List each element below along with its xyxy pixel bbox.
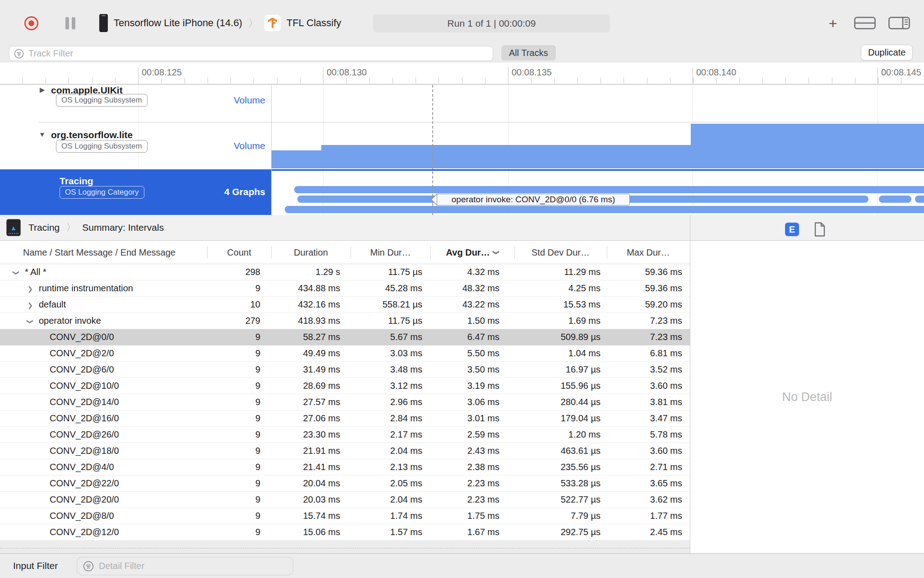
- row-name: CONV_2D@14/0: [50, 397, 119, 407]
- row-name: CONV_2D@8/0: [50, 511, 114, 521]
- column-header-avg-sorted[interactable]: Avg Dur…❯: [430, 241, 514, 264]
- bottom-pane-toggle-button[interactable]: [854, 17, 876, 31]
- table-row[interactable]: ❯* All *2981.29 s11.75 µs4.32 ms11.29 ms…: [0, 264, 690, 280]
- track-title: Tracing: [60, 176, 93, 186]
- cell-count: 9: [207, 364, 271, 375]
- cell-std: 4.25 ms: [514, 283, 607, 294]
- table-row[interactable]: CONV_2D@18/0921.91 ms2.04 ms2.43 ms463.6…: [0, 443, 690, 459]
- ruler-tick: [901, 78, 901, 84]
- track-tracing-selected[interactable]: Tracing 4 Graphs OS Logging Category: [0, 169, 271, 215]
- cell-min: 11.75 µs: [351, 316, 430, 326]
- table-row[interactable]: ❯default10432.16 ms558.21 µs43.22 ms15.5…: [0, 297, 690, 313]
- cell-std: 463.61 µs: [514, 446, 607, 456]
- cell-std: 1.69 ms: [514, 316, 607, 326]
- device-name: Tensorflow Lite iPhone (14.6): [114, 17, 242, 29]
- cell-std: 235.56 µs: [514, 462, 607, 472]
- track-badge: OS Logging Subsystem: [56, 140, 148, 153]
- document-icon[interactable]: [814, 222, 826, 237]
- column-header-max[interactable]: Max Dur…: [607, 241, 690, 264]
- cell-min: 3.12 ms: [351, 381, 430, 391]
- cell-max: 2.71 ms: [607, 462, 690, 472]
- cell-std: 292.75 µs: [514, 527, 607, 537]
- table-row[interactable]: CONV_2D@8/0915.74 ms1.74 ms1.75 ms7.79 µ…: [0, 508, 690, 524]
- column-header-duration[interactable]: Duration: [271, 241, 351, 264]
- interval-lane-bar[interactable]: [915, 196, 924, 203]
- volume-bar[interactable]: [691, 124, 924, 168]
- ruler-tick: [161, 78, 162, 84]
- cell-avg: 2.38 ms: [430, 462, 514, 472]
- ruler-tick: [462, 78, 462, 84]
- device-target-selector[interactable]: Tensorflow Lite iPhone (14.6) 〉 TFL Clas…: [99, 14, 341, 33]
- table-row[interactable]: CONV_2D@22/0920.04 ms2.05 ms2.23 ms533.2…: [0, 475, 690, 492]
- breadcrumb-page[interactable]: Summary: Intervals: [82, 222, 164, 233]
- duplicate-button[interactable]: Duplicate: [861, 45, 913, 61]
- volume-bar[interactable]: [272, 150, 321, 168]
- ruler-tick: [416, 78, 416, 84]
- cell-duration: 20.03 ms: [271, 494, 351, 505]
- row-disclosure-expanded-icon[interactable]: ❯: [27, 319, 34, 324]
- row-name: CONV_2D@26/0: [50, 429, 119, 439]
- extended-detail-button[interactable]: E: [785, 223, 799, 236]
- target-app-name: TFL Classify: [286, 17, 341, 29]
- timeline-ruler[interactable]: 00:08.12500:08.13000:08.13500:08.14000:0…: [0, 62, 924, 84]
- right-sidebar-toggle-button[interactable]: [888, 17, 910, 31]
- table-row[interactable]: CONV_2D@16/0927.06 ms2.84 ms3.01 ms179.0…: [0, 410, 690, 427]
- all-tracks-segment[interactable]: All Tracks: [501, 45, 556, 61]
- cell-count: 9: [207, 527, 271, 537]
- track-filter-input[interactable]: Track Filter: [9, 46, 493, 61]
- cell-min: 3.03 ms: [351, 348, 430, 359]
- row-disclosure-collapsed-icon[interactable]: ❯: [28, 285, 33, 293]
- cell-avg: 3.06 ms: [430, 397, 514, 407]
- volume-bar[interactable]: [321, 145, 691, 168]
- disclosure-expanded-icon[interactable]: ▼: [39, 131, 46, 138]
- column-header-stddev[interactable]: Std Dev Dur…: [514, 241, 607, 264]
- track-meter-label: Volume: [175, 95, 265, 106]
- ruler-tick: [138, 78, 139, 84]
- iphone-icon: [99, 14, 108, 32]
- table-row[interactable]: CONV_2D@14/0927.57 ms2.96 ms3.06 ms280.4…: [0, 394, 690, 410]
- column-header-min[interactable]: Min Dur…: [351, 241, 430, 264]
- ruler-tick: [508, 78, 508, 84]
- table-row[interactable]: CONV_2D@20/0920.03 ms2.04 ms2.23 ms522.7…: [0, 492, 690, 508]
- row-disclosure-expanded-icon[interactable]: ❯: [13, 270, 20, 275]
- column-header-count[interactable]: Count: [207, 241, 271, 264]
- cell-min: 2.05 ms: [351, 478, 430, 489]
- breadcrumb-instrument[interactable]: Tracing: [28, 222, 60, 233]
- interval-lane-bar[interactable]: [294, 186, 924, 193]
- table-row[interactable]: ❯operator invoke279418.93 ms11.75 µs1.50…: [0, 313, 690, 329]
- ruler-tick: [300, 78, 300, 84]
- table-row[interactable]: CONV_2D@10/0928.69 ms3.12 ms3.19 ms155.9…: [0, 378, 690, 394]
- column-header-name[interactable]: Name / Start Message / End Message: [0, 241, 207, 264]
- run-status-display[interactable]: Run 1 of 1 | 00:00:09: [373, 14, 610, 33]
- row-disclosure-collapsed-icon[interactable]: ❯: [28, 302, 33, 309]
- table-row[interactable]: CONV_2D@26/0923.30 ms2.17 ms2.59 ms1.20 …: [0, 427, 690, 443]
- pause-button[interactable]: [64, 17, 78, 29]
- clipped-row-hint: [0, 548, 690, 549]
- detail-panel-divider[interactable]: [690, 215, 690, 553]
- table-row[interactable]: CONV_2D@6/0931.49 ms3.48 ms3.50 ms16.97 …: [0, 362, 690, 378]
- disclosure-collapsed-icon[interactable]: ▶: [40, 86, 45, 94]
- interval-lane-bar[interactable]: [879, 196, 911, 203]
- record-button[interactable]: [24, 16, 38, 30]
- table-row[interactable]: CONV_2D@4/0921.41 ms2.13 ms2.38 ms235.56…: [0, 459, 690, 475]
- detail-filter-input[interactable]: Detail Filter: [77, 557, 293, 575]
- track-panel-divider[interactable]: [271, 85, 272, 215]
- track-divider: [38, 122, 924, 122]
- cell-min: 2.04 ms: [351, 494, 430, 505]
- table-row[interactable]: CONV_2D@12/0915.06 ms1.57 ms1.67 ms292.7…: [0, 524, 690, 541]
- track-badge: OS Logging Subsystem: [56, 94, 148, 107]
- table-row-selected[interactable]: CONV_2D@0/0958.27 ms5.67 ms6.47 ms509.89…: [0, 329, 690, 345]
- cell-max: 6.81 ms: [607, 348, 690, 359]
- cell-std: 280.44 µs: [514, 397, 607, 407]
- table-row[interactable]: CONV_2D@2/0949.49 ms3.03 ms5.50 ms1.04 m…: [0, 345, 690, 362]
- cell-duration: 15.06 ms: [271, 527, 351, 537]
- track-area: ▶ com.apple.UIKit Volume OS Logging Subs…: [0, 85, 924, 215]
- cell-avg: 2.23 ms: [430, 478, 514, 489]
- add-instrument-button[interactable]: +: [824, 15, 842, 32]
- cell-count: 9: [207, 332, 271, 342]
- cell-min: 1.74 ms: [351, 511, 430, 521]
- table-row[interactable]: ❯runtime instrumentation9434.88 ms45.28 …: [0, 280, 690, 297]
- cell-count: 9: [207, 494, 271, 505]
- interval-lane-bar[interactable]: [285, 206, 924, 213]
- cell-std: 1.04 ms: [514, 348, 607, 359]
